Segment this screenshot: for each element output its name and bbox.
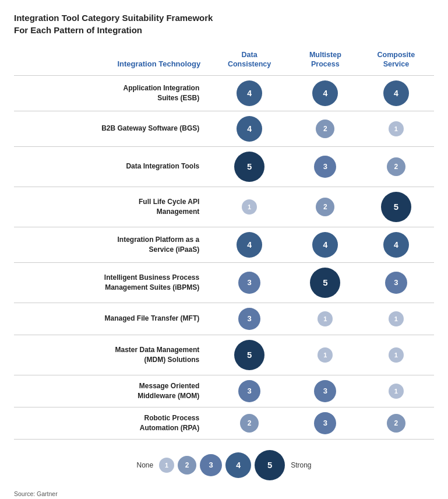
bubble: 2 (316, 120, 334, 138)
tech-name-cell: Application IntegrationSuites (ESB) (14, 75, 206, 111)
value-cell: 5 (358, 187, 434, 227)
bubble: 1 (318, 311, 333, 326)
value-cell: 2 (206, 407, 292, 439)
bubble: 3 (314, 156, 336, 178)
tech-name-cell: B2B Gateway Software (BGS) (14, 111, 206, 146)
tech-name-cell: Master Data Management(MDM) Solutions (14, 335, 206, 375)
footnotes: Source: Gartner Bubble size indicates re… (14, 490, 434, 500)
tech-name-cell: Robotic ProcessAutomation (RPA) (14, 407, 206, 439)
col-header-dc: DataConsistency (206, 47, 292, 75)
table-row: Integration Platform as aService (iPaaS)… (14, 227, 434, 262)
value-cell: 1 (358, 303, 434, 335)
table-row: Managed File Transfer (MFT)311 (14, 303, 434, 335)
table-row: Data Integration Tools532 (14, 146, 434, 187)
bubble: 3 (314, 412, 336, 434)
bubble: 4 (312, 232, 338, 258)
bubble: 3 (314, 380, 336, 402)
value-cell: 2 (358, 407, 434, 439)
value-cell: 3 (206, 303, 292, 335)
table-row: Robotic ProcessAutomation (RPA)232 (14, 407, 434, 439)
bubble: 1 (389, 384, 404, 399)
bubble: 2 (240, 414, 259, 433)
bubble: 1 (389, 347, 404, 363)
bubble: 4 (237, 80, 262, 106)
value-cell: 3 (292, 407, 358, 439)
bubble: 1 (242, 199, 257, 215)
tech-name-cell: Message OrientedMiddleware (MOM) (14, 375, 206, 407)
value-cell: 5 (206, 335, 292, 375)
legend-bubble-1: 1 (159, 458, 174, 473)
bubble: 4 (237, 116, 262, 142)
bubble: 5 (234, 340, 264, 370)
value-cell: 4 (358, 75, 434, 111)
col-header-mp: MultistepProcess (292, 47, 358, 75)
suitability-table: Integration Technology DataConsistency M… (14, 47, 434, 440)
value-cell: 1 (358, 111, 434, 146)
bubble: 4 (383, 232, 409, 258)
bubble: 1 (318, 347, 333, 363)
value-cell: 1 (358, 375, 434, 407)
value-cell: 4 (292, 227, 358, 262)
bubble: 4 (312, 80, 338, 106)
value-cell: 3 (206, 375, 292, 407)
table-row: Message OrientedMiddleware (MOM)331 (14, 375, 434, 407)
tech-name-cell: Integration Platform as aService (iPaaS) (14, 227, 206, 262)
legend-bubble-2: 2 (178, 456, 196, 475)
tech-name-cell: Managed File Transfer (MFT) (14, 303, 206, 335)
value-cell: 5 (206, 146, 292, 187)
legend-bubble-4: 4 (225, 452, 251, 478)
bubble: 3 (238, 308, 260, 330)
bubble: 5 (381, 192, 411, 222)
bubble: 3 (385, 272, 407, 294)
value-cell: 1 (358, 335, 434, 375)
bubble: 1 (389, 121, 404, 136)
bubble: 4 (237, 232, 262, 258)
value-cell: 5 (292, 262, 358, 303)
table-row: Application IntegrationSuites (ESB)444 (14, 75, 434, 111)
value-cell: 2 (358, 146, 434, 187)
value-cell: 4 (206, 111, 292, 146)
legend: None 1 2 3 4 5 Strong (14, 450, 434, 480)
page-title: Integration Tool Category Suitability Fr… (14, 12, 434, 36)
bubble: 2 (387, 414, 405, 433)
col-header-tech: Integration Technology (14, 47, 206, 75)
value-cell: 4 (206, 227, 292, 262)
value-cell: 4 (206, 75, 292, 111)
legend-bubble-5: 5 (255, 450, 285, 480)
tech-name-cell: Full Life Cycle APIManagement (14, 187, 206, 227)
value-cell: 1 (292, 335, 358, 375)
value-cell: 1 (292, 303, 358, 335)
bubble: 3 (238, 380, 260, 402)
value-cell: 4 (358, 227, 434, 262)
col-header-cs: CompositeService (358, 47, 434, 75)
value-cell: 3 (292, 375, 358, 407)
value-cell: 1 (206, 187, 292, 227)
bubble: 1 (389, 311, 404, 326)
bubble: 5 (310, 268, 340, 298)
bubble: 2 (316, 198, 334, 216)
legend-bubble-3: 3 (200, 454, 222, 476)
bubble: 2 (387, 157, 405, 176)
table-row: Full Life Cycle APIManagement125 (14, 187, 434, 227)
table-row: Master Data Management(MDM) Solutions511 (14, 335, 434, 375)
value-cell: 3 (206, 262, 292, 303)
value-cell: 2 (292, 111, 358, 146)
legend-none-label: None (136, 461, 153, 469)
tech-name-cell: Data Integration Tools (14, 146, 206, 187)
value-cell: 3 (358, 262, 434, 303)
legend-strong-label: Strong (291, 461, 311, 469)
bubble: 5 (234, 152, 264, 182)
table-row: Intelligent Business ProcessManagement S… (14, 262, 434, 303)
bubble: 4 (383, 80, 409, 106)
value-cell: 3 (292, 146, 358, 187)
bubble: 3 (238, 272, 260, 294)
value-cell: 4 (292, 75, 358, 111)
tech-name-cell: Intelligent Business ProcessManagement S… (14, 262, 206, 303)
chart-container: Integration Technology DataConsistency M… (14, 47, 434, 440)
table-row: B2B Gateway Software (BGS)421 (14, 111, 434, 146)
value-cell: 2 (292, 187, 358, 227)
